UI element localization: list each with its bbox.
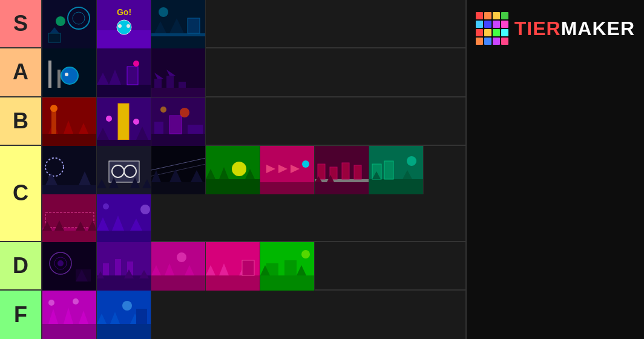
svg-rect-60 bbox=[48, 176, 53, 185]
logo-grid bbox=[476, 12, 508, 45]
level-thumb-a3[interactable] bbox=[151, 48, 206, 97]
level-thumb-b3[interactable] bbox=[151, 97, 206, 146]
level-image-c1 bbox=[42, 146, 97, 194]
svg-point-2 bbox=[73, 12, 85, 24]
level-thumb-b2[interactable] bbox=[97, 97, 151, 146]
tier-row-a: A bbox=[0, 48, 465, 97]
svg-marker-86 bbox=[266, 165, 275, 173]
level-thumb-c9[interactable] bbox=[97, 194, 151, 243]
svg-rect-100 bbox=[372, 164, 381, 179]
svg-marker-48 bbox=[136, 127, 148, 140]
level-thumb-s3[interactable] bbox=[151, 0, 206, 48]
level-thumb-c6[interactable] bbox=[315, 146, 369, 194]
svg-marker-102 bbox=[372, 171, 381, 179]
level-image-c7 bbox=[369, 146, 424, 194]
level-image-a2 bbox=[97, 48, 151, 97]
tier-row-c: C bbox=[0, 146, 465, 242]
level-thumb-c2[interactable] bbox=[97, 146, 151, 194]
svg-rect-107 bbox=[45, 212, 94, 228]
level-thumb-d3[interactable] bbox=[151, 242, 206, 291]
logo-cell-12 bbox=[476, 38, 483, 45]
logo-cell-0 bbox=[476, 12, 483, 19]
tier-row-b: B bbox=[0, 97, 465, 146]
tier-items-f bbox=[42, 291, 465, 339]
level-image-s1 bbox=[42, 0, 97, 48]
level-thumb-c4[interactable] bbox=[206, 146, 260, 194]
svg-point-21 bbox=[61, 67, 78, 84]
svg-rect-44 bbox=[118, 104, 129, 140]
level-image-f2 bbox=[97, 291, 151, 339]
svg-rect-51 bbox=[151, 134, 206, 146]
svg-rect-98 bbox=[369, 146, 424, 194]
svg-marker-149 bbox=[260, 265, 270, 275]
level-thumb-c1[interactable] bbox=[42, 146, 97, 194]
level-thumb-c5[interactable] bbox=[260, 146, 315, 194]
level-image-a1 bbox=[42, 48, 97, 97]
logo-cell-15 bbox=[501, 38, 508, 45]
svg-point-66 bbox=[124, 165, 136, 177]
svg-rect-133 bbox=[151, 242, 206, 291]
logo-cell-8 bbox=[476, 29, 483, 36]
svg-point-138 bbox=[177, 252, 186, 262]
level-image-c9 bbox=[97, 194, 151, 243]
level-thumb-b1[interactable] bbox=[42, 97, 97, 146]
level-thumb-d2[interactable] bbox=[97, 242, 151, 291]
tier-label-c: C bbox=[0, 146, 42, 241]
svg-rect-152 bbox=[42, 291, 97, 339]
svg-marker-154 bbox=[48, 309, 58, 324]
level-thumb-s1[interactable] bbox=[42, 0, 97, 48]
svg-rect-6 bbox=[97, 0, 151, 48]
svg-marker-163 bbox=[130, 314, 140, 324]
svg-line-74 bbox=[151, 164, 206, 176]
svg-marker-131 bbox=[124, 269, 134, 278]
level-image-d3 bbox=[151, 242, 206, 291]
svg-rect-85 bbox=[260, 182, 315, 194]
svg-rect-33 bbox=[179, 82, 186, 88]
svg-rect-94 bbox=[342, 163, 349, 179]
svg-rect-159 bbox=[97, 291, 151, 339]
svg-rect-101 bbox=[384, 161, 393, 179]
level-thumb-a1[interactable] bbox=[42, 48, 97, 97]
svg-rect-50 bbox=[151, 97, 206, 146]
svg-point-151 bbox=[301, 250, 310, 258]
level-image-b1 bbox=[42, 97, 97, 146]
svg-rect-78 bbox=[206, 146, 260, 194]
level-thumb-f2[interactable] bbox=[97, 291, 151, 339]
level-thumb-d5[interactable] bbox=[260, 242, 315, 291]
level-thumb-s2[interactable]: Go! bbox=[97, 0, 151, 48]
svg-rect-140 bbox=[206, 275, 260, 291]
svg-rect-153 bbox=[42, 324, 97, 339]
svg-point-158 bbox=[73, 298, 79, 304]
svg-marker-61 bbox=[45, 173, 58, 185]
svg-marker-76 bbox=[169, 169, 182, 182]
tiermaker-logo: TiERMAKER bbox=[476, 12, 635, 45]
level-thumb-c8[interactable] bbox=[42, 194, 97, 243]
svg-point-10 bbox=[118, 24, 122, 28]
right-panel: TiERMAKER bbox=[467, 0, 644, 339]
level-thumb-d1[interactable] bbox=[42, 242, 97, 291]
svg-marker-116 bbox=[130, 219, 142, 231]
svg-marker-110 bbox=[76, 222, 85, 231]
svg-marker-87 bbox=[278, 165, 288, 173]
svg-rect-72 bbox=[151, 182, 206, 194]
level-image-c4 bbox=[206, 146, 260, 194]
svg-point-46 bbox=[133, 119, 139, 125]
level-thumb-a2[interactable] bbox=[97, 48, 151, 97]
tier-label-d: D bbox=[0, 242, 42, 289]
svg-marker-141 bbox=[206, 265, 215, 275]
logo-cell-6 bbox=[493, 21, 500, 28]
logo-cell-1 bbox=[484, 12, 491, 19]
svg-rect-0 bbox=[42, 0, 97, 48]
svg-point-28 bbox=[133, 61, 139, 67]
logo-cell-2 bbox=[493, 12, 500, 19]
svg-point-56 bbox=[160, 107, 166, 113]
svg-marker-62 bbox=[79, 171, 91, 185]
svg-rect-84 bbox=[260, 146, 315, 194]
svg-marker-103 bbox=[402, 170, 412, 179]
level-thumb-f1[interactable] bbox=[42, 291, 97, 339]
svg-point-104 bbox=[407, 156, 416, 166]
level-thumb-d4[interactable] bbox=[206, 242, 260, 291]
svg-marker-39 bbox=[64, 120, 73, 134]
level-thumb-c3[interactable] bbox=[151, 146, 206, 194]
level-thumb-c7[interactable] bbox=[369, 146, 424, 194]
